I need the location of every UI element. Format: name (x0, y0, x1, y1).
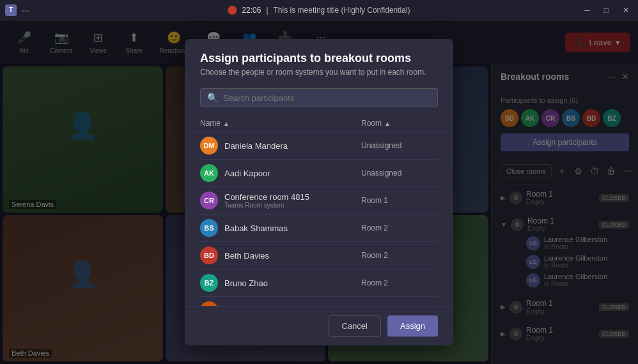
participant-name-5: Bruno Zhao (224, 278, 361, 288)
participant-avatar-bz: BZ (200, 274, 218, 292)
participant-name-3: Babak Shammas (224, 224, 361, 233)
table-header: Name ▲ Room ▲ (185, 115, 453, 132)
participant-name-4: Beth Davies (224, 251, 361, 261)
search-input[interactable] (223, 93, 431, 103)
participant-row-5[interactable]: BZ Bruno Zhao Room 2 (200, 269, 438, 297)
participant-avatar-cr: CR (200, 192, 218, 209)
participant-avatar-bw: BW (200, 301, 218, 306)
participant-avatar-dm: DM (200, 137, 218, 155)
close-button[interactable]: ✕ (619, 4, 633, 16)
participant-row-4[interactable]: BD Beth Davies Room 2 (200, 242, 438, 269)
participant-room-0: Unassigned (361, 141, 438, 150)
title-bar: T ··· 22:06 | This is meeting title (Hig… (0, 0, 638, 20)
participant-room-4: Room 2 (361, 251, 438, 260)
teams-logo: T (5, 4, 17, 16)
participant-row-6[interactable]: BW Bryan Wright Room 3 (200, 297, 438, 306)
more-options-icon[interactable]: ··· (22, 5, 29, 15)
modal-overlay: Assign participants to breakout rooms Ch… (0, 20, 638, 364)
participant-room-5: Room 2 (361, 278, 438, 287)
participant-avatar-bs: BS (200, 219, 218, 237)
participant-sub-2: Teams Room system (224, 202, 361, 209)
col-room-label: Room (361, 119, 382, 128)
meeting-time: 22:06 (242, 6, 261, 15)
modal-header: Assign participants to breakout rooms Ch… (185, 39, 453, 88)
participant-name-0: Daniela Mandera (224, 141, 361, 151)
modal-footer: Cancel Assign (185, 306, 453, 345)
participant-room-1: Unassigned (361, 169, 438, 178)
minimize-button[interactable]: ─ (580, 4, 594, 16)
search-icon: 🔍 (207, 93, 218, 103)
participant-avatar-bd: BD (200, 246, 218, 264)
assign-button[interactable]: Assign (387, 315, 438, 337)
col-room-sort-icon: ▲ (384, 120, 391, 127)
participant-row-3[interactable]: BS Babak Shammas Room 2 (200, 215, 438, 242)
participant-room-2: Room 1 (361, 196, 438, 205)
maximize-button[interactable]: □ (600, 4, 612, 16)
participant-row-2[interactable]: CR Conference room 4815 Teams Room syste… (200, 187, 438, 215)
modal-title: Assign participants to breakout rooms (200, 52, 438, 65)
participants-list: DM Daniela Mandera Unassigned AK Aadi Ka… (185, 132, 453, 306)
participant-name-2: Conference room 4815 (224, 192, 361, 202)
search-bar[interactable]: 🔍 (200, 88, 438, 107)
participant-room-3: Room 2 (361, 224, 438, 232)
participant-name-1: Aadi Kapoor (224, 169, 361, 178)
participant-row-0[interactable]: DM Daniela Mandera Unassigned (200, 132, 438, 160)
title-separator: | (266, 6, 268, 15)
modal-subtitle: Choose the people or room systems you wa… (200, 68, 438, 77)
recording-indicator (228, 6, 237, 15)
cancel-button[interactable]: Cancel (329, 315, 381, 337)
col-name-label: Name (200, 119, 221, 128)
assign-participants-modal: Assign participants to breakout rooms Ch… (185, 39, 453, 345)
meeting-title: This is meeting title (Highly Confidenti… (274, 6, 410, 15)
col-name-sort-icon: ▲ (223, 120, 230, 127)
participant-row-1[interactable]: AK Aadi Kapoor Unassigned (200, 160, 438, 187)
participant-avatar-ak: AK (200, 164, 218, 182)
